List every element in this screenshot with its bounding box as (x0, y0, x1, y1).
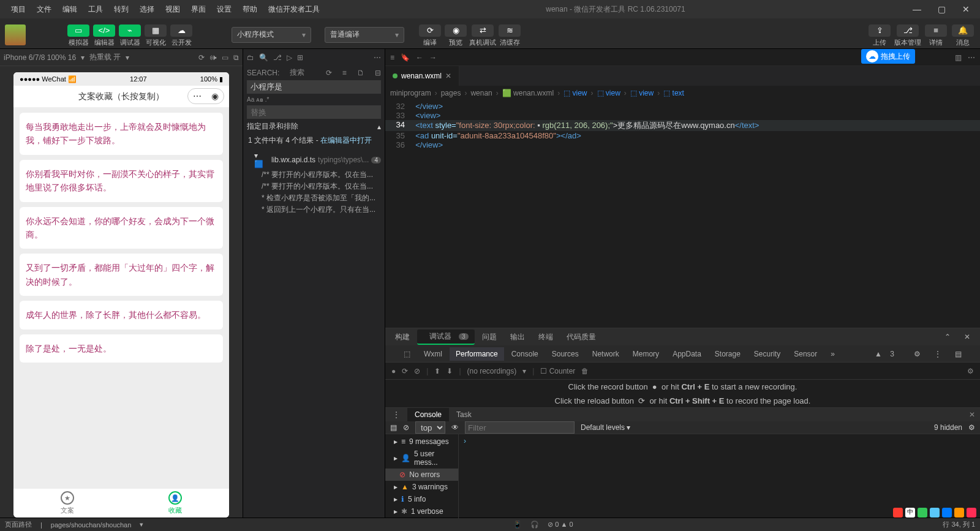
perf-gear-icon[interactable]: ⚙ (967, 367, 974, 375)
gear-icon[interactable]: ⚙ (908, 347, 927, 361)
mode-select[interactable]: 小程序模式 (232, 27, 311, 43)
dock-icon[interactable]: ▤ (949, 347, 968, 361)
debug-icon[interactable]: ▷ (287, 53, 292, 62)
panel-security[interactable]: Security (748, 347, 786, 361)
card-item[interactable]: 成年人的世界，除了长胖，其他什么都不容易。 (20, 301, 223, 329)
panel-performance[interactable]: Performance (450, 347, 504, 361)
debugger-button[interactable]: ⌁调试器 (118, 23, 142, 47)
panel-console[interactable]: Console (505, 347, 545, 361)
compile-target-select[interactable]: 普通编译 (325, 27, 404, 43)
more-editor-icon[interactable]: ⋯ (968, 53, 975, 62)
menu-view[interactable]: 视图 (162, 3, 184, 16)
tab-wenan[interactable]: ★文案 (13, 489, 121, 518)
editor-tab-wenan[interactable]: wenan.wxml✕ (385, 66, 459, 86)
code-editor[interactable]: 32 </view> 33 <view> 34 <text style="fon… (385, 100, 980, 328)
clear-icon[interactable]: ⊘ (414, 367, 420, 375)
upload-button[interactable]: ⇪上传 (867, 23, 892, 47)
card-list[interactable]: 每当我勇敢地走出一步，上帝就会及时慷慨地为我，铺好下一步下坡路。 你别看我平时对… (13, 108, 229, 488)
menu-edit[interactable]: 编辑 (59, 3, 81, 16)
more-icon[interactable]: ⋯ (374, 53, 381, 62)
msg-user[interactable]: ▸ 👤 5 user mess... (385, 448, 458, 469)
inspect-icon[interactable]: ⬚ (398, 347, 417, 361)
page-path[interactable]: pages/shouchan/shouchan (51, 521, 132, 529)
phone-icon[interactable]: 📱 (513, 521, 522, 529)
panel-sensor[interactable]: Sensor (788, 347, 823, 361)
simulator-button[interactable]: ▭模拟器 (66, 23, 91, 47)
back-icon[interactable]: ← (416, 53, 423, 62)
eye-icon[interactable]: 👁 (451, 423, 459, 432)
tab-terminal[interactable]: 终端 (532, 330, 559, 344)
maximize-button[interactable]: ▢ (932, 4, 951, 14)
messages-button[interactable]: 🔔消息 (951, 23, 975, 47)
toggle-exclude[interactable]: 指定目录和排除 (247, 121, 298, 132)
tray-icon[interactable] (930, 508, 940, 518)
cursor-position[interactable]: 行 34, 列 1 (943, 520, 975, 529)
drag-upload-badge[interactable]: ☁ 拖拽上传 (861, 49, 915, 64)
action-icon[interactable]: ≡ (390, 53, 394, 62)
result-file[interactable]: ▾ 🟦 lib.wx.api.d.ts typings\types\...4 (243, 151, 385, 169)
tray-icon[interactable] (893, 508, 903, 518)
msg-errors[interactable]: ⊘ No errors (385, 469, 458, 481)
device-label[interactable]: iPhone 6/7/8 100% 16 (4, 53, 76, 62)
tab-quality[interactable]: 代码质量 (560, 330, 602, 344)
chevron-up-icon[interactable]: ⌃ (938, 331, 957, 343)
console-gear-icon[interactable]: ⚙ (968, 423, 975, 432)
version-mgr-button[interactable]: ⎇版本管理 (894, 23, 921, 47)
panel-storage[interactable]: Storage (709, 347, 747, 361)
panel-wxml[interactable]: Wxml (418, 347, 448, 361)
open-in-editor-link[interactable]: 在编辑器中打开 (320, 136, 372, 145)
minimize-button[interactable]: — (908, 4, 926, 14)
tray-icon[interactable]: 中 (905, 508, 915, 518)
split-icon[interactable]: ▥ (955, 53, 962, 62)
visualize-button[interactable]: ▦可视化 (143, 23, 168, 47)
close-devtools-icon[interactable]: ✕ (958, 331, 976, 343)
capsule-button[interactable]: ⋯◉ (187, 88, 224, 104)
console-sidebar-icon[interactable]: ▤ (390, 423, 397, 432)
msg-all[interactable]: ▸ ≡ 9 messages (385, 435, 458, 448)
menu-wechat-devtools[interactable]: 微信开发者工具 (265, 3, 323, 16)
explorer-icon[interactable]: 🗀 (247, 53, 254, 62)
problems-count[interactable]: ⊘ 0 ▲ 0 (548, 521, 573, 529)
console-clear-icon[interactable]: ⊘ (403, 423, 409, 432)
tab-output[interactable]: 输出 (504, 330, 531, 344)
collapse-icon[interactable]: ⊟ (375, 69, 381, 77)
tray-icon[interactable] (954, 508, 964, 518)
upload-rec-icon[interactable]: ⬆ (434, 367, 440, 375)
msg-verbose[interactable]: ▸ ✱ 1 verbose (385, 505, 458, 518)
remote-debug-button[interactable]: ⇄真机调试 (469, 23, 496, 47)
card-item[interactable]: 你永远不会知道，你的哪个好友，会成为下一个微商。 (20, 207, 223, 249)
menu-settings[interactable]: 设置 (213, 3, 235, 16)
clear-search-icon[interactable]: ≡ (342, 69, 347, 77)
fwd-icon[interactable]: → (429, 53, 437, 62)
new-file-icon[interactable]: 🗋 (357, 69, 364, 77)
menu-help[interactable]: 帮助 (239, 3, 261, 16)
search-input[interactable] (247, 80, 381, 94)
card-item[interactable]: 你别看我平时对你，一副漠不关心的样子，其实背地里说了你很多坏话。 (20, 160, 223, 202)
menu-file[interactable]: 文件 (33, 3, 55, 16)
menu-tool[interactable]: 工具 (85, 3, 107, 16)
panel-network[interactable]: Network (586, 347, 625, 361)
refresh-search-icon[interactable]: ⟳ (326, 69, 332, 77)
filter-input[interactable] (465, 421, 575, 434)
result-line[interactable]: /** 要打开的小程序版本。仅在当... (243, 169, 385, 181)
menu-ui[interactable]: 界面 (187, 3, 209, 16)
card-item[interactable]: 每当我勇敢地走出一步，上帝就会及时慷慨地为我，铺好下一步下坡路。 (20, 113, 223, 155)
bookmark-icon[interactable]: 🔖 (401, 53, 410, 62)
record-icon[interactable]: ● (391, 367, 396, 375)
user-avatar[interactable] (5, 24, 26, 45)
clear-cache-button[interactable]: ≋清缓存 (497, 23, 522, 47)
editor-button[interactable]: </>编辑器 (92, 23, 116, 47)
branch-icon[interactable]: ⎇ (273, 53, 282, 62)
panel-memory[interactable]: Memory (627, 347, 665, 361)
result-line[interactable]: * 检查小程序是否被添加至「我的... (243, 192, 385, 204)
download-rec-icon[interactable]: ⬇ (447, 367, 453, 375)
console-output[interactable]: › (459, 434, 980, 519)
card-item[interactable]: 除了是处，一无是处。 (20, 334, 223, 363)
reload-icon[interactable]: ⟳ (402, 367, 408, 375)
drawer-kebab-icon[interactable]: ⋮ (385, 408, 407, 421)
tab-shoucang[interactable]: 👤收藏 (121, 489, 229, 518)
tab-debugger[interactable]: 调试器3 (417, 330, 475, 345)
tray-icon[interactable] (967, 508, 976, 518)
hidden-count[interactable]: 9 hidden (934, 423, 962, 432)
refresh-icon[interactable]: ⟳ (198, 53, 205, 62)
